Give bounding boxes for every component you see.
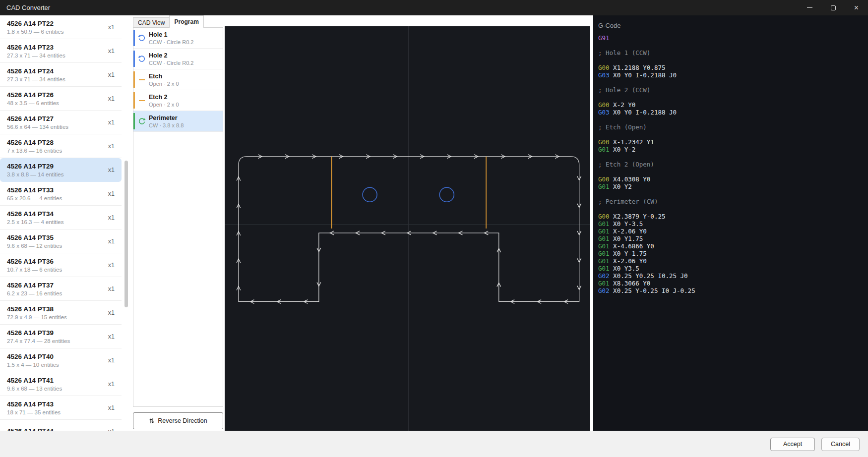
part-list-item[interactable]: 4526 A14 PT2756.6 x 64 — 134 entitiesx1 [0,111,122,134]
gcode-line: ; Hole 1 (CCW) [598,49,868,57]
part-name: 4526 A14 PT38 [7,305,67,313]
part-list-item[interactable]: 4526 A14 PT287 x 13.6 — 16 entitiesx1 [0,134,122,158]
part-quantity: x1 [108,333,115,340]
part-outline-path [239,157,579,302]
part-details: 3.8 x 8.8 — 14 entities [7,171,63,177]
part-text: 4526 A14 PT221.8 x 50.9 — 6 entities [7,20,63,35]
gcode-line: G01 X-2.06 Y0 [598,257,868,265]
operation-item[interactable]: Hole 1CCW · Circle R0.2 [133,28,223,49]
part-quantity: x1 [108,404,115,411]
gcode-line [598,42,868,49]
part-list-item[interactable]: 4526 A14 PT2427.3 x 71 — 34 entitiesx1 [0,63,122,87]
close-button[interactable]: × [845,0,868,15]
part-quantity: x1 [108,24,115,31]
part-list-item[interactable]: 4526 A14 PT44x1 [0,420,122,431]
part-text: 4526 A14 PT3610.7 x 18 — 6 entities [7,258,62,273]
gcode-line: G01 X-2.06 Y0 [598,228,868,235]
operation-name: Etch [149,73,223,80]
part-name: 4526 A14 PT43 [7,400,61,408]
part-details: 48 x 3.5 — 6 entities [7,100,59,106]
reverse-direction-button[interactable]: Reverse Direction [133,412,223,429]
part-text: 4526 A14 PT401.5 x 4 — 10 entities [7,353,59,368]
part-quantity: x1 [108,119,115,126]
operation-details: CCW · Circle R0.2 [149,39,223,45]
operation-name: Hole 1 [149,31,223,38]
hole-circle [439,187,454,202]
gcode-line: G01 X0 Y-1.75 [598,250,868,257]
part-name: 4526 A14 PT23 [7,44,65,51]
part-list-item[interactable]: 4526 A14 PT419.6 x 68 — 13 entitiesx1 [0,372,122,396]
part-quantity: x1 [108,190,115,197]
gcode-line [598,79,868,86]
maximize-icon [831,5,836,10]
operation-name: Hole 2 [149,52,223,59]
accept-button[interactable]: Accept [770,438,815,451]
gcode-line [598,131,868,138]
part-list-item[interactable]: 4526 A14 PT3872.9 x 4.9 — 15 entitiesx1 [0,301,122,325]
gcode-panel: G-Code G91; Hole 1 (CCW)G00 X1.2188 Y0.8… [593,15,868,431]
parts-scrollbar-thumb[interactable] [124,161,128,307]
part-name: 4526 A14 PT27 [7,115,68,122]
gcode-line: ; Perimeter (CW) [598,198,868,205]
main-area: 4526 A14 PT221.8 x 50.9 — 6 entitiesx145… [0,15,868,431]
reverse-direction-label: Reverse Direction [158,417,207,424]
parts-scrollbar[interactable] [124,15,128,431]
hole-circle [363,187,377,202]
part-details: 9.6 x 68 — 12 entities [7,243,62,249]
gcode-line [598,57,868,64]
window-controls: × [798,0,868,15]
part-name: 4526 A14 PT41 [7,377,62,384]
part-list-item[interactable]: 4526 A14 PT4318 x 71 — 35 entitiesx1 [0,396,122,420]
gcode-line: G01 X0 Y3.5 [598,265,868,272]
part-details: 27.3 x 71 — 34 entities [7,53,65,58]
part-text: 4526 A14 PT376.2 x 23 — 16 entities [7,282,62,296]
gcode-line: G00 X1.2188 Y0.875 [598,64,868,71]
part-list-item[interactable]: 4526 A14 PT3610.7 x 18 — 6 entitiesx1 [0,253,122,277]
part-quantity: x1 [108,71,115,78]
part-list-item[interactable]: 4526 A14 PT221.8 x 50.9 — 6 entitiesx1 [0,15,122,39]
part-name: 4526 A14 PT28 [7,139,62,146]
operation-item[interactable]: Etch 2Open · 2 x 0 [133,90,223,111]
part-list-item[interactable]: 4526 A14 PT376.2 x 23 — 16 entitiesx1 [0,277,122,301]
part-name: 4526 A14 PT44 [7,427,54,431]
cancel-button[interactable]: Cancel [821,438,860,451]
part-text: 4526 A14 PT359.6 x 68 — 12 entities [7,234,62,249]
tab-cad-view[interactable]: CAD View [133,17,170,28]
tab-program[interactable]: Program [169,15,203,28]
parts-sidebar: 4526 A14 PT221.8 x 50.9 — 6 entitiesx145… [0,15,122,431]
part-quantity: x1 [108,143,115,150]
gcode-line: G01 X0 Y1.75 [598,235,868,242]
part-text: 4526 A14 PT2648 x 3.5 — 6 entities [7,91,59,106]
part-text: 4526 A14 PT2327.3 x 71 — 34 entities [7,44,65,58]
operation-item[interactable]: Hole 2CCW · Circle R0.2 [133,49,223,69]
maximize-button[interactable] [821,0,845,15]
program-panel: CAD ViewProgram Hole 1CCW · Circle R0.2H… [133,15,223,431]
cad-canvas[interactable] [225,26,590,431]
gcode-line: G91 [598,34,868,42]
gcode-line: G03 X0 Y0 I-0.2188 J0 [598,71,868,79]
part-details: 2.5 x 16.3 — 4 entities [7,219,63,225]
gcode-header: G-Code [593,15,868,34]
operation-item[interactable]: PerimeterCW · 3.8 x 8.8 [133,111,223,132]
operations-list: Hole 1CCW · Circle R0.2Hole 2CCW · Circl… [133,28,223,132]
gcode-line: G02 X0.25 Y0.25 I0.25 J0 [598,272,868,280]
part-list-item[interactable]: 4526 A14 PT3365 x 20.6 — 4 entitiesx1 [0,182,122,206]
part-name: 4526 A14 PT24 [7,67,65,75]
gcode-line [598,153,868,161]
part-list-item[interactable]: 4526 A14 PT3927.4 x 77.4 — 28 entitiesx1 [0,325,122,348]
gcode-line [598,168,868,175]
line-icon [138,76,146,84]
part-list-item[interactable]: 4526 A14 PT293.8 x 8.8 — 14 entitiesx1 [0,158,122,182]
minimize-button[interactable] [798,0,821,15]
part-list-item[interactable]: 4526 A14 PT2327.3 x 71 — 34 entitiesx1 [0,39,122,63]
gcode-line: G01 X8.3066 Y0 [598,280,868,287]
part-list-item[interactable]: 4526 A14 PT401.5 x 4 — 10 entitiesx1 [0,348,122,372]
part-name: 4526 A14 PT36 [7,258,62,265]
part-text: 4526 A14 PT3365 x 20.6 — 4 entities [7,186,62,201]
part-list-item[interactable]: 4526 A14 PT359.6 x 68 — 12 entitiesx1 [0,229,122,253]
operation-item[interactable]: EtchOpen · 2 x 0 [133,69,223,90]
part-list-item[interactable]: 4526 A14 PT2648 x 3.5 — 6 entitiesx1 [0,87,122,111]
gcode-line: G00 X2.3879 Y-0.25 [598,213,868,220]
program-tab-page: Hole 1CCW · Circle R0.2Hole 2CCW · Circl… [133,27,223,407]
part-list-item[interactable]: 4526 A14 PT342.5 x 16.3 — 4 entitiesx1 [0,206,122,229]
